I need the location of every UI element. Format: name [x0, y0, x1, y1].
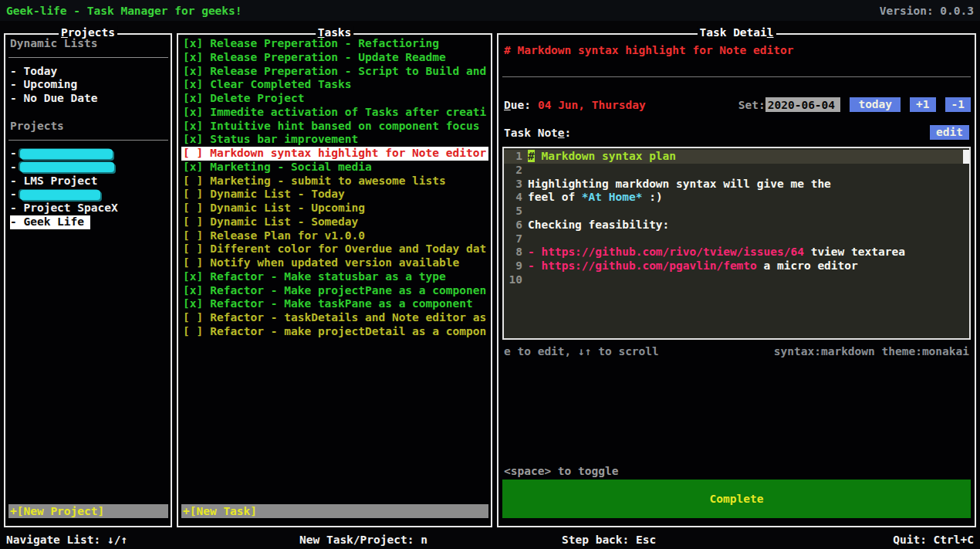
- task-row[interactable]: [ ]Refactor - taskDetails and Note edito…: [181, 311, 488, 325]
- task-checkbox[interactable]: [ ]: [183, 188, 203, 200]
- note-editor[interactable]: 1# Markdown syntax plan23Highlighting ma…: [502, 147, 971, 340]
- task-label: Immedite activation of Tasks after creat…: [210, 106, 486, 118]
- new-project-button[interactable]: +[New Project]: [8, 504, 168, 518]
- selected-project: - Geek Life: [10, 215, 90, 229]
- task-label: Release Preperation - Script to Build an…: [210, 65, 486, 77]
- task-checkbox[interactable]: [x]: [183, 37, 203, 49]
- task-row[interactable]: [x]Clear Completed Tasks: [181, 78, 488, 92]
- complete-button[interactable]: Complete: [502, 480, 971, 518]
- note-line: 10: [504, 273, 969, 287]
- due-label: Due:: [504, 99, 531, 111]
- task-checkbox[interactable]: [x]: [183, 297, 203, 310]
- task-row[interactable]: [ ]Dynamic List - Someday: [181, 215, 488, 229]
- project-items: --- LMS Project-- Project SpaceX- Geek L…: [8, 147, 168, 229]
- task-label: Refactor - taskDetails and Note editor a…: [210, 311, 486, 324]
- set-label: Set:: [738, 99, 765, 111]
- task-checkbox[interactable]: [ ]: [183, 147, 203, 159]
- task-checkbox[interactable]: [ ]: [183, 175, 203, 187]
- line-number: 1: [504, 150, 528, 164]
- app-window: Geek-life - Task Manager for geeks! Vers…: [0, 0, 980, 549]
- task-row[interactable]: [x]Immedite activation of Tasks after cr…: [181, 106, 488, 120]
- project-item[interactable]: -: [8, 147, 168, 161]
- minus-one-button[interactable]: -1: [945, 97, 971, 112]
- line-number: 10: [504, 273, 528, 287]
- task-checkbox[interactable]: [x]: [183, 92, 203, 104]
- note-line: 3Highlighting markdown syntax will give …: [504, 178, 969, 191]
- status-bar: Navigate List: ↓/↑ New Task/Project: n S…: [0, 531, 980, 549]
- editor-hint-left: e to edit, ↓↑ to scroll: [504, 345, 659, 358]
- dynamic-list-item[interactable]: - Upcoming: [8, 78, 168, 92]
- task-row[interactable]: [x]Delete Project: [181, 92, 488, 106]
- note-line: 7: [504, 232, 969, 246]
- line-number: 7: [504, 232, 528, 246]
- edit-button[interactable]: edit: [930, 125, 969, 140]
- editor-scrollbar-thumb[interactable]: [963, 150, 969, 164]
- dynamic-lists-header: Dynamic Lists: [8, 37, 168, 51]
- task-checkbox[interactable]: [ ]: [183, 229, 203, 242]
- editor-hint-row: e to edit, ↓↑ to scroll syntax:markdown …: [502, 345, 971, 358]
- editor-syntax-theme: syntax:markdown theme:monakai: [774, 345, 969, 358]
- redacted-project-name: [20, 162, 114, 172]
- task-row[interactable]: [x]Release Preperation - Refactioring: [181, 37, 488, 51]
- task-label: Dynamic List - Someday: [210, 215, 358, 228]
- task-checkbox[interactable]: [ ]: [183, 311, 203, 324]
- task-row[interactable]: [ ]Release Plan for v1.0.0: [181, 229, 488, 243]
- task-checkbox[interactable]: [ ]: [183, 325, 203, 337]
- space-toggle-hint: <space> to toggle: [502, 465, 971, 479]
- date-input[interactable]: [765, 97, 841, 112]
- task-checkbox[interactable]: [ ]: [183, 242, 203, 255]
- new-task-button[interactable]: +[New Task]: [181, 504, 488, 518]
- task-row[interactable]: [ ]Dynamic List - Today: [181, 188, 488, 202]
- project-item[interactable]: - Geek Life: [8, 215, 168, 229]
- panels-container: Projects Dynamic Lists - Today- Upcoming…: [4, 33, 976, 527]
- task-row[interactable]: [x]Refactor - Make statusbar as a type: [181, 270, 488, 284]
- project-item[interactable]: - Project SpaceX: [8, 202, 168, 215]
- divider: [502, 76, 971, 77]
- line-number: 4: [504, 191, 528, 205]
- task-row[interactable]: [x]Marketing - Social media: [181, 161, 488, 175]
- line-number: 6: [504, 219, 528, 232]
- task-checkbox[interactable]: [ ]: [183, 256, 203, 269]
- dynamic-list-item[interactable]: - No Due Date: [8, 92, 168, 106]
- task-checkbox[interactable]: [x]: [183, 51, 203, 63]
- task-row[interactable]: [ ]Marketing - submit to awesome lists: [181, 175, 488, 188]
- project-item[interactable]: - LMS Project: [8, 175, 168, 188]
- task-checkbox[interactable]: [x]: [183, 133, 203, 145]
- task-label: Refactor - Make projectPane as a compone…: [210, 284, 486, 297]
- project-item[interactable]: -: [8, 188, 168, 202]
- task-note-label: Task Note:: [504, 127, 571, 139]
- today-button[interactable]: today: [850, 97, 901, 112]
- task-row[interactable]: [x]Release Preperation - Update Readme: [181, 51, 488, 65]
- version-label: Version: 0.0.3: [880, 5, 974, 17]
- dynamic-list-item[interactable]: - Today: [8, 65, 168, 79]
- task-row[interactable]: [x]Refactor - Make projectPane as a comp…: [181, 284, 488, 298]
- task-row[interactable]: [ ]Different color for Overdue and Today…: [181, 242, 488, 256]
- task-row[interactable]: [x]Intuitive hint bansed on component fo…: [181, 120, 488, 134]
- task-checkbox[interactable]: [ ]: [183, 215, 203, 228]
- task-checkbox[interactable]: [x]: [183, 106, 203, 118]
- line-number: 2: [504, 164, 528, 178]
- task-row[interactable]: [ ]Notify when updated version available: [181, 256, 488, 270]
- task-row[interactable]: [x]Refactor - Make taskPane as a compone…: [181, 297, 488, 311]
- task-checkbox[interactable]: [x]: [183, 120, 203, 132]
- task-label: Dynamic List - Today: [210, 188, 345, 200]
- task-checkbox[interactable]: [ ]: [183, 202, 203, 214]
- title-bar: Geek-life - Task Manager for geeks! Vers…: [0, 0, 980, 21]
- project-item[interactable]: -: [8, 161, 168, 175]
- task-list: [x]Release Preperation - Refactioring[x]…: [181, 37, 488, 339]
- task-checkbox[interactable]: [x]: [183, 161, 203, 173]
- task-row[interactable]: [ ]Markdown syntax highlight for Note ed…: [181, 147, 488, 161]
- statusbar-step-back: Step back: Esc: [562, 531, 656, 548]
- task-row[interactable]: [ ]Refactor - make projectDetail as a co…: [181, 325, 488, 339]
- task-row[interactable]: [x]Release Preperation - Script to Build…: [181, 65, 488, 79]
- task-checkbox[interactable]: [x]: [183, 78, 203, 90]
- task-row[interactable]: [x]Status bar improvement: [181, 133, 488, 147]
- task-checkbox[interactable]: [x]: [183, 65, 203, 77]
- plus-one-button[interactable]: +1: [910, 97, 935, 112]
- task-label: Different color for Overdue and Today da…: [210, 242, 486, 255]
- task-label: Refactor - make projectDetail as a compo…: [210, 325, 486, 337]
- task-row[interactable]: [ ]Dynamic List - Upcoming: [181, 202, 488, 215]
- note-row: Task Note: edit: [502, 125, 971, 140]
- task-checkbox[interactable]: [x]: [183, 270, 203, 283]
- task-checkbox[interactable]: [x]: [183, 284, 203, 297]
